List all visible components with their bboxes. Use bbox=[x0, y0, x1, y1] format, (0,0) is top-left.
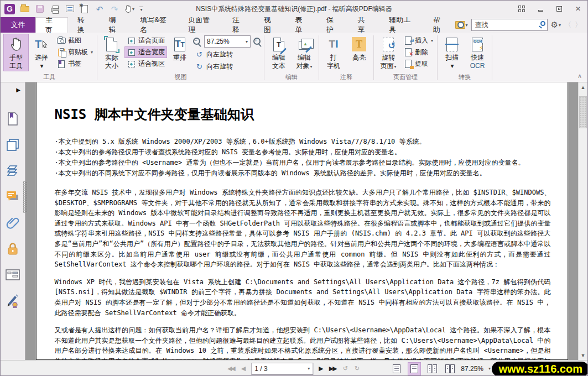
comments-panel-button[interactable] bbox=[1, 184, 25, 210]
zoom-in-button[interactable]: + bbox=[253, 37, 262, 46]
find-previous-button[interactable]: 〈 bbox=[564, 20, 571, 30]
tab-comment[interactable]: 注释 bbox=[223, 17, 254, 33]
tab-share[interactable]: 共享 bbox=[348, 17, 380, 33]
maximize-button[interactable] bbox=[550, 2, 569, 16]
edit-object-button[interactable]: 编辑 对象▾ bbox=[292, 34, 317, 72]
next-page-button[interactable]: ▶ bbox=[319, 365, 323, 372]
collapse-ribbon-button[interactable]: ∧ bbox=[577, 72, 582, 80]
previous-view-button[interactable]: ↺ bbox=[343, 365, 349, 372]
close-button[interactable]: ✕ bbox=[569, 2, 587, 16]
rotate-pages-button[interactable]: ↺ 旋转 页面▾ bbox=[376, 34, 401, 72]
find-next-button[interactable]: 〉 bbox=[575, 20, 582, 30]
save-button[interactable] bbox=[35, 4, 45, 14]
typewriter-button[interactable]: TI 打 字机 bbox=[321, 34, 346, 71]
find-settings-button[interactable]: ⚙ ▾ bbox=[551, 20, 561, 30]
scan-button[interactable]: 扫描 ▾ bbox=[439, 34, 465, 71]
delete-pages-button[interactable]: ✕ 删除 bbox=[401, 46, 435, 58]
bookmarks-panel-button[interactable] bbox=[1, 106, 25, 132]
ribbon-group-tools: 手型 工具 T 选择 ▾ 截图 剪贴板 ▾ bbox=[2, 34, 97, 82]
single-page-view-button[interactable] bbox=[390, 362, 403, 375]
pdf-page[interactable]: NSIS 脚本中文件夹变量基础知识 ·本文中提到的 5.x 版系统 Window… bbox=[36, 82, 568, 360]
new-document-icon bbox=[81, 5, 88, 13]
tab-file[interactable]: 文件 bbox=[1, 17, 35, 33]
rotate-left-button[interactable]: ↺ 向左旋转 bbox=[192, 49, 262, 60]
zoom-level-combobox[interactable]: 87.25% ▾ bbox=[204, 35, 251, 48]
tab-protect[interactable]: 保护 bbox=[317, 17, 348, 33]
app-logo-icon: G bbox=[4, 4, 15, 14]
select-tool-button[interactable]: T 选择 ▾ bbox=[29, 34, 54, 71]
bookmark-button[interactable]: 书签 bbox=[54, 58, 95, 70]
snapshot-button[interactable]: 截图 bbox=[54, 35, 95, 46]
previous-page-button[interactable]: ◀ bbox=[241, 365, 246, 372]
signatures-panel-button[interactable] bbox=[1, 288, 25, 314]
create-pdf-button[interactable] bbox=[80, 4, 90, 14]
vertical-scrollbar[interactable]: ▲ ▼ bbox=[578, 82, 587, 360]
continuous-view-button[interactable] bbox=[408, 362, 421, 375]
gear-icon: ⚙ bbox=[551, 20, 558, 30]
layers-panel-button[interactable] bbox=[1, 158, 25, 184]
extract-pages-button[interactable]: 提取 bbox=[401, 58, 435, 70]
fit-width-button[interactable]: 适合宽度 bbox=[124, 46, 167, 58]
fields-panel-button[interactable] bbox=[1, 262, 25, 288]
quick-ocr-button[interactable]: 快速 OCR bbox=[465, 34, 490, 71]
undo-button[interactable]: ↶ bbox=[95, 4, 105, 14]
insert-pages-button[interactable]: ⇄ 插入 ▾ bbox=[401, 35, 435, 46]
hand-tool-quick-button[interactable]: ▾ bbox=[124, 4, 134, 14]
zoom-dropdown-icon[interactable]: ▾ bbox=[488, 366, 491, 371]
search-folder-button[interactable]: ▾ bbox=[455, 21, 468, 29]
highlight-button[interactable]: T 高亮 bbox=[346, 34, 372, 63]
first-page-button[interactable]: ◀◀ bbox=[227, 365, 236, 372]
last-page-button[interactable]: ▶▶ bbox=[329, 365, 337, 372]
security-panel-button[interactable] bbox=[1, 236, 25, 262]
clipboard-button[interactable]: 剪贴板 ▾ bbox=[54, 46, 95, 58]
chevron-down-icon: ▾ bbox=[91, 50, 93, 55]
find-input[interactable] bbox=[471, 19, 548, 31]
fit-visible-button[interactable]: 适合视区 bbox=[124, 58, 167, 70]
actual-size-icon bbox=[106, 38, 117, 51]
expand-panel-icon[interactable]: ▶ bbox=[16, 87, 20, 93]
workspace-toggle-button[interactable] bbox=[512, 2, 531, 16]
attachments-panel-button[interactable] bbox=[1, 210, 25, 236]
zoom-out-button[interactable]: − bbox=[192, 37, 202, 46]
fit-page-button[interactable]: 适合页面 bbox=[124, 35, 167, 46]
search-icon[interactable] bbox=[540, 21, 545, 26]
actual-size-button[interactable]: 实际 大小 bbox=[99, 34, 124, 71]
panel-splitter-handle[interactable] bbox=[23, 181, 27, 213]
hand-tool-button[interactable]: 手型 工具 bbox=[3, 34, 29, 71]
scrollbar-thumb[interactable] bbox=[579, 96, 587, 128]
scroll-down-icon[interactable]: ▼ bbox=[579, 351, 587, 360]
page-thumbnails-panel-button[interactable] bbox=[1, 132, 25, 158]
open-file-button[interactable] bbox=[20, 4, 30, 14]
rotate-right-button[interactable]: ↻ 向右旋转 bbox=[192, 61, 262, 72]
tab-edit[interactable]: 编辑 bbox=[99, 17, 131, 33]
page-number-value: 1 / 3 bbox=[254, 365, 267, 373]
select-icon: T bbox=[35, 36, 48, 53]
chevron-down-icon: ▾ bbox=[431, 38, 433, 43]
redo-button[interactable]: ↷ bbox=[110, 4, 119, 14]
next-view-button[interactable]: ↻ bbox=[355, 365, 361, 372]
edit-text-button[interactable]: T 编辑 文本 bbox=[266, 34, 292, 71]
email-button[interactable] bbox=[65, 4, 75, 14]
tab-accessibility[interactable]: 辅助工具 bbox=[379, 17, 423, 33]
scrollbar-track[interactable] bbox=[579, 92, 587, 351]
scroll-up-icon[interactable]: ▲ bbox=[579, 82, 587, 92]
document-paragraph: 又或者是有人提出这样的问题：如何获取当前用户名？详细了解后才知道，他想安装到 C… bbox=[55, 325, 551, 360]
continuous-facing-view-button[interactable] bbox=[443, 362, 456, 375]
tab-view[interactable]: 视图 bbox=[254, 17, 285, 33]
print-button[interactable] bbox=[50, 4, 60, 14]
tab-home[interactable]: 主页 bbox=[35, 17, 68, 33]
tab-convert[interactable]: 转换 bbox=[68, 17, 100, 33]
minimize-button[interactable] bbox=[531, 2, 550, 16]
fit-width-icon bbox=[128, 49, 135, 56]
window-controls: ✕ bbox=[512, 2, 587, 16]
tab-form[interactable]: 表单 bbox=[285, 17, 317, 33]
page-number-combobox[interactable]: 1 / 3 ▾ bbox=[251, 363, 313, 375]
reflow-button[interactable]: TT 重排 bbox=[167, 34, 192, 63]
tab-help[interactable]: 帮助 bbox=[424, 17, 455, 33]
qat-customize-button[interactable]: ▾ bbox=[139, 7, 143, 11]
facing-view-button[interactable] bbox=[425, 362, 439, 375]
hand-tool-dropdown-icon: ▾ bbox=[132, 7, 134, 12]
status-bar: ◀◀ ◀ 1 / 3 ▾ ▶ ▶▶ ↺ ↻ 87.25% ▾ www.sz116… bbox=[1, 360, 587, 376]
tab-organize[interactable]: 页面管理 bbox=[179, 17, 222, 33]
tab-fill-sign[interactable]: 填写&签名 bbox=[131, 17, 179, 33]
